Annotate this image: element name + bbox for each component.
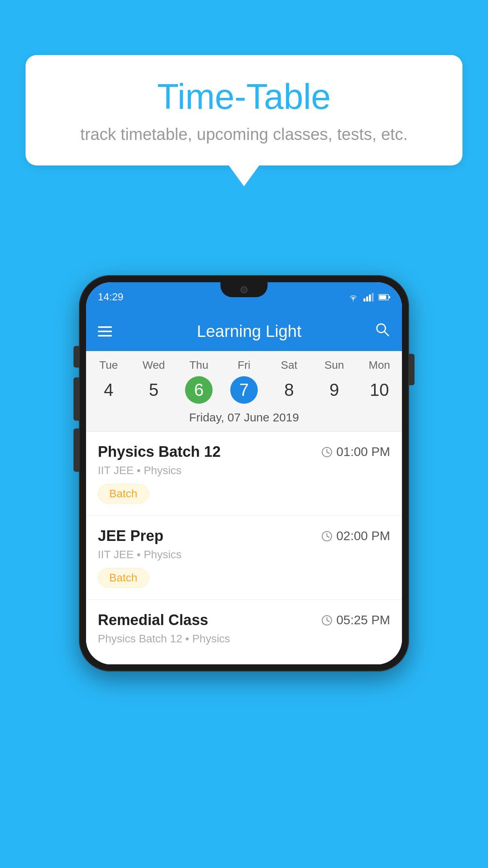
batch-tag: Batch	[98, 484, 149, 504]
schedule-time: 05:25 PM	[321, 613, 390, 627]
volume-down-button	[73, 428, 79, 472]
svg-rect-1	[366, 296, 368, 302]
schedule-title: Remedial Class	[98, 612, 208, 629]
camera	[240, 286, 248, 293]
day-number[interactable]: 6	[185, 376, 213, 404]
status-icons	[348, 293, 390, 302]
status-time: 14:29	[98, 291, 123, 303]
svg-line-8	[384, 331, 389, 336]
clock-icon	[321, 447, 332, 458]
svg-line-14	[327, 536, 329, 537]
day-name: Tue	[86, 359, 131, 371]
schedule-item[interactable]: Remedial Class 05:25 PM Physics Batch 12…	[86, 600, 402, 664]
day-number[interactable]: 4	[95, 376, 122, 404]
schedule-item-header: Physics Batch 12 01:00 PM	[98, 443, 390, 460]
day-number[interactable]: 10	[366, 376, 393, 404]
schedule-meta: Physics Batch 12 • Physics	[98, 633, 390, 645]
calendar-day-col[interactable]: Tue4	[86, 359, 131, 404]
volume-up-button	[73, 377, 79, 421]
phone-container: 14:29	[79, 275, 409, 671]
day-name: Sun	[312, 359, 357, 371]
schedule-meta: IIT JEE • Physics	[98, 464, 390, 477]
schedule-title: JEE Prep	[98, 528, 163, 544]
day-number[interactable]: 7	[230, 376, 258, 404]
toolbar-title: Learning Light	[124, 322, 374, 341]
menu-button[interactable]	[98, 326, 112, 337]
signal-icon	[363, 293, 374, 302]
day-name: Thu	[176, 359, 222, 371]
app-toolbar: Learning Light	[86, 312, 402, 351]
day-name: Fri	[222, 359, 267, 371]
svg-line-17	[327, 620, 329, 622]
speech-bubble-container: Time-Table track timetable, upcoming cla…	[26, 55, 462, 186]
phone-frame: 14:29	[79, 275, 409, 671]
bubble-title: Time-Table	[49, 77, 439, 117]
day-name: Sat	[266, 359, 312, 371]
power-button	[409, 354, 415, 385]
batch-tag: Batch	[98, 568, 149, 588]
speech-bubble: Time-Table track timetable, upcoming cla…	[26, 55, 462, 166]
schedule-item[interactable]: JEE Prep 02:00 PM IIT JEE • Physics Batc…	[86, 516, 402, 600]
speech-bubble-tail	[228, 165, 260, 186]
bubble-subtitle: track timetable, upcoming classes, tests…	[49, 125, 439, 144]
calendar-days-header: Tue4Wed5Thu6Fri7Sat8Sun9Mon10	[86, 351, 402, 404]
clock-icon	[321, 615, 332, 626]
schedule-list: Physics Batch 12 01:00 PM IIT JEE • Phys…	[86, 432, 402, 664]
schedule-item-header: Remedial Class 05:25 PM	[98, 612, 390, 629]
phone-screen: 14:29	[86, 282, 402, 664]
battery-icon	[378, 294, 390, 301]
schedule-time: 02:00 PM	[321, 529, 390, 543]
day-name: Wed	[131, 359, 176, 371]
day-number[interactable]: 5	[140, 376, 167, 404]
schedule-time: 01:00 PM	[321, 445, 390, 459]
day-name: Mon	[357, 359, 402, 371]
calendar-day-col[interactable]: Mon10	[357, 359, 402, 404]
svg-rect-3	[372, 293, 374, 302]
status-bar: 14:29	[86, 282, 402, 312]
clock-icon	[321, 531, 332, 542]
svg-line-11	[327, 452, 329, 453]
calendar-day-col[interactable]: Thu6	[176, 359, 222, 404]
schedule-meta: IIT JEE • Physics	[98, 548, 390, 561]
calendar-day-col[interactable]: Sat8	[266, 359, 312, 404]
calendar-day-col[interactable]: Sun9	[312, 359, 357, 404]
schedule-item[interactable]: Physics Batch 12 01:00 PM IIT JEE • Phys…	[86, 432, 402, 516]
day-number[interactable]: 8	[275, 376, 303, 404]
svg-rect-0	[363, 298, 365, 302]
schedule-title: Physics Batch 12	[98, 443, 221, 460]
notch	[220, 282, 268, 297]
svg-rect-5	[379, 295, 386, 299]
calendar-section: Tue4Wed5Thu6Fri7Sat8Sun9Mon10 Friday, 07…	[86, 351, 402, 432]
calendar-day-col[interactable]: Wed5	[131, 359, 176, 404]
wifi-icon	[348, 293, 359, 302]
svg-rect-6	[389, 296, 390, 298]
selected-date-label: Friday, 07 June 2019	[86, 404, 402, 432]
silent-button	[73, 346, 79, 368]
day-number[interactable]: 9	[321, 376, 348, 404]
search-button[interactable]	[374, 322, 390, 341]
calendar-day-col[interactable]: Fri7	[222, 359, 267, 404]
schedule-item-header: JEE Prep 02:00 PM	[98, 528, 390, 544]
svg-rect-2	[369, 294, 371, 302]
